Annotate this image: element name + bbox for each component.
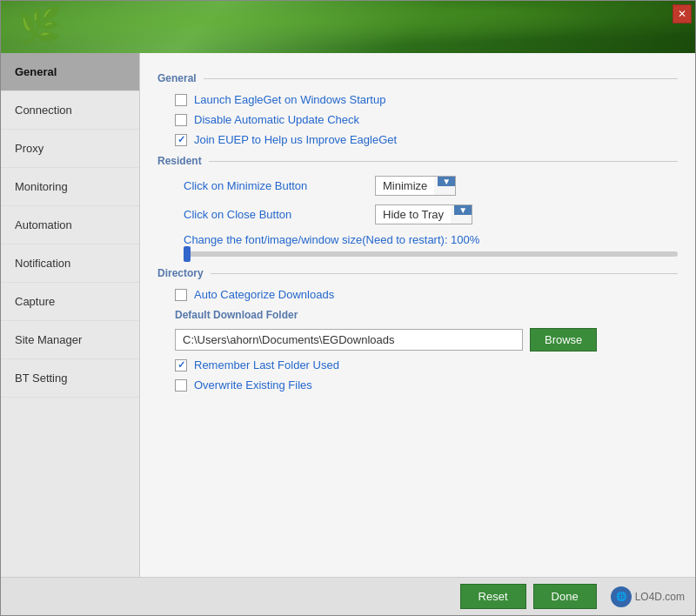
sidebar: General Connection Proxy Monitoring Auto… (1, 53, 140, 577)
slider-label: Change the font/image/window size(Need t… (184, 233, 678, 246)
minimize-label: Click on Minimize Button (184, 179, 375, 192)
minimize-dropdown[interactable]: Minimize ▼ (375, 176, 456, 196)
done-button[interactable]: Done (533, 584, 597, 609)
sidebar-item-monitoring[interactable]: Monitoring (1, 168, 139, 206)
euep-label: Join EUEP to Help us Improve EagleGet (194, 133, 397, 146)
update-checkbox[interactable] (175, 114, 187, 126)
resident-section-header: Resident (157, 155, 678, 167)
overwrite-row: Overwrite Existing Files (175, 378, 678, 392)
close-dropdown-value: Hide to Tray (376, 205, 451, 224)
auto-categorize-label: Auto Categorize Downloads (194, 288, 334, 301)
sidebar-item-capture[interactable]: Capture (1, 283, 139, 321)
directory-section-title: Directory (157, 267, 204, 279)
watermark-text: LO4D.com (635, 591, 685, 603)
minimize-dropdown-value: Minimize (376, 177, 434, 195)
auto-categorize-row: Auto Categorize Downloads (175, 288, 678, 301)
default-folder-label: Default Download Folder (175, 308, 678, 321)
title-bar: ✕ (1, 1, 695, 53)
watermark: 🌐 LO4D.com (611, 586, 685, 607)
sidebar-item-connection[interactable]: Connection (1, 91, 139, 130)
resident-section-line (209, 161, 678, 162)
main-window: ✕ General Connection Proxy Monitoring Au… (0, 0, 696, 616)
sidebar-item-notification[interactable]: Notification (1, 244, 139, 283)
remember-folder-row: Remember Last Folder Used (175, 358, 678, 372)
startup-label: Launch EagleGet on Windows Startup (194, 93, 385, 106)
directory-section-header: Directory (157, 267, 678, 279)
euep-checkbox[interactable] (175, 134, 187, 146)
startup-checkbox-row: Launch EagleGet on Windows Startup (175, 93, 678, 106)
folder-row: Browse (175, 328, 678, 352)
sidebar-item-automation[interactable]: Automation (1, 206, 139, 244)
sidebar-item-site-manager[interactable]: Site Manager (1, 321, 139, 359)
resident-section-title: Resident (157, 155, 202, 167)
overwrite-checkbox[interactable] (175, 379, 187, 392)
minimize-dropdown-arrow: ▼ (438, 177, 455, 186)
sidebar-item-general[interactable]: General (1, 53, 139, 91)
close-dropdown-arrow: ▼ (454, 205, 472, 215)
slider-section: Change the font/image/window size(Need t… (184, 233, 678, 257)
settings-panel: General Launch EagleGet on Windows Start… (140, 53, 695, 577)
euep-checkbox-row: Join EUEP to Help us Improve EagleGet (175, 133, 678, 146)
update-label: Disable Automatic Update Check (194, 113, 359, 126)
slider-thumb[interactable] (184, 246, 191, 262)
sidebar-item-proxy[interactable]: Proxy (1, 130, 139, 168)
close-row: Click on Close Button Hide to Tray ▼ (184, 204, 678, 224)
directory-section-line (211, 273, 678, 274)
watermark-icon: 🌐 (611, 586, 632, 607)
footer: Reset Done 🌐 LO4D.com (1, 577, 695, 615)
remember-folder-label: Remember Last Folder Used (194, 358, 339, 372)
close-label: Click on Close Button (184, 208, 375, 221)
folder-path-input[interactable] (175, 329, 523, 351)
startup-checkbox[interactable] (175, 94, 187, 106)
browse-button[interactable]: Browse (530, 328, 597, 352)
sidebar-item-bt-setting[interactable]: BT Setting (1, 359, 139, 398)
remember-folder-checkbox[interactable] (175, 359, 187, 372)
auto-categorize-checkbox[interactable] (175, 289, 187, 301)
slider-track[interactable] (184, 251, 678, 257)
update-checkbox-row: Disable Automatic Update Check (175, 113, 678, 126)
minimize-row: Click on Minimize Button Minimize ▼ (184, 176, 678, 196)
general-section-header: General (157, 72, 678, 84)
general-section-line (204, 78, 678, 79)
reset-button[interactable]: Reset (460, 584, 526, 609)
general-section-title: General (157, 72, 197, 84)
close-dropdown[interactable]: Hide to Tray ▼ (375, 204, 472, 224)
main-content: General Connection Proxy Monitoring Auto… (1, 53, 695, 577)
overwrite-label: Overwrite Existing Files (194, 378, 312, 392)
close-button[interactable]: ✕ (673, 4, 692, 23)
